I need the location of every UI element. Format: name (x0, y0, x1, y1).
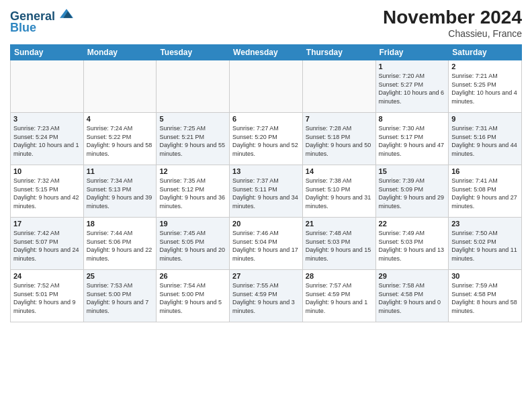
day-number: 24 (13, 272, 81, 280)
day-info: Sunrise: 7:49 AM Sunset: 5:03 PM Dayligh… (379, 229, 446, 263)
calendar-week-3: 10Sunrise: 7:32 AM Sunset: 5:15 PM Dayli… (11, 165, 522, 218)
day-info: Sunrise: 7:32 AM Sunset: 5:15 PM Dayligh… (13, 177, 81, 210)
day-info: Sunrise: 7:44 AM Sunset: 5:06 PM Dayligh… (87, 229, 154, 263)
calendar-cell: 4Sunrise: 7:24 AM Sunset: 5:22 PM Daylig… (83, 113, 157, 165)
calendar-cell: 29Sunrise: 7:58 AM Sunset: 4:58 PM Dayli… (375, 270, 449, 322)
day-number: 3 (13, 115, 81, 123)
day-number: 6 (232, 115, 300, 123)
location: Chassieu, France (383, 28, 522, 39)
day-number: 30 (451, 272, 519, 280)
logo: General Blue (10, 7, 73, 35)
calendar-cell: 28Sunrise: 7:57 AM Sunset: 4:59 PM Dayli… (302, 270, 375, 322)
day-info: Sunrise: 7:28 AM Sunset: 5:18 PM Dayligh… (306, 124, 373, 158)
calendar-cell: 20Sunrise: 7:46 AM Sunset: 5:04 PM Dayli… (230, 218, 303, 270)
day-info: Sunrise: 7:37 AM Sunset: 5:11 PM Dayligh… (232, 177, 300, 210)
day-info: Sunrise: 7:35 AM Sunset: 5:12 PM Dayligh… (159, 177, 226, 210)
day-number: 22 (379, 220, 446, 228)
day-number: 26 (159, 272, 226, 280)
calendar-cell: 27Sunrise: 7:55 AM Sunset: 4:59 PM Dayli… (230, 270, 303, 322)
calendar-cell: 21Sunrise: 7:48 AM Sunset: 5:03 PM Dayli… (302, 218, 375, 270)
calendar-cell (11, 60, 84, 113)
page-header: General Blue November 2024 Chassieu, Fra… (10, 7, 522, 39)
day-info: Sunrise: 7:52 AM Sunset: 5:01 PM Dayligh… (13, 281, 81, 315)
calendar-cell: 6Sunrise: 7:27 AM Sunset: 5:20 PM Daylig… (230, 113, 303, 165)
day-info: Sunrise: 7:39 AM Sunset: 5:09 PM Dayligh… (379, 177, 446, 210)
day-number: 27 (232, 272, 300, 280)
day-info: Sunrise: 7:54 AM Sunset: 5:00 PM Dayligh… (159, 281, 226, 315)
day-info: Sunrise: 7:21 AM Sunset: 5:25 PM Dayligh… (451, 72, 519, 105)
calendar-cell: 7Sunrise: 7:28 AM Sunset: 5:18 PM Daylig… (302, 113, 375, 165)
calendar-week-1: 1Sunrise: 7:20 AM Sunset: 5:27 PM Daylig… (11, 60, 522, 113)
calendar-cell: 30Sunrise: 7:59 AM Sunset: 4:58 PM Dayli… (449, 270, 522, 322)
day-number: 5 (159, 115, 226, 123)
calendar-cell: 3Sunrise: 7:23 AM Sunset: 5:24 PM Daylig… (11, 113, 84, 165)
month-title: November 2024 (383, 7, 522, 28)
day-number: 12 (159, 167, 226, 175)
day-info: Sunrise: 7:59 AM Sunset: 4:58 PM Dayligh… (451, 281, 519, 315)
calendar-cell: 11Sunrise: 7:34 AM Sunset: 5:13 PM Dayli… (83, 165, 157, 218)
calendar-week-2: 3Sunrise: 7:23 AM Sunset: 5:24 PM Daylig… (11, 113, 522, 165)
calendar-cell: 18Sunrise: 7:44 AM Sunset: 5:06 PM Dayli… (83, 218, 157, 270)
calendar-cell: 24Sunrise: 7:52 AM Sunset: 5:01 PM Dayli… (11, 270, 84, 322)
day-number: 23 (451, 220, 519, 228)
day-header-friday: Friday (375, 45, 449, 60)
calendar-week-4: 17Sunrise: 7:42 AM Sunset: 5:07 PM Dayli… (11, 218, 522, 270)
day-number: 19 (159, 220, 226, 228)
calendar-cell: 1Sunrise: 7:20 AM Sunset: 5:27 PM Daylig… (375, 60, 449, 113)
calendar-cell: 19Sunrise: 7:45 AM Sunset: 5:05 PM Dayli… (157, 218, 230, 270)
day-number: 14 (306, 167, 373, 175)
day-number: 9 (451, 115, 519, 123)
day-info: Sunrise: 7:20 AM Sunset: 5:27 PM Dayligh… (379, 72, 446, 105)
day-number: 8 (379, 115, 446, 123)
day-number: 13 (232, 167, 300, 175)
day-number: 7 (306, 115, 373, 123)
day-info: Sunrise: 7:48 AM Sunset: 5:03 PM Dayligh… (306, 229, 373, 263)
day-info: Sunrise: 7:46 AM Sunset: 5:04 PM Dayligh… (232, 229, 300, 263)
calendar-cell: 25Sunrise: 7:53 AM Sunset: 5:00 PM Dayli… (83, 270, 157, 322)
calendar-cell: 15Sunrise: 7:39 AM Sunset: 5:09 PM Dayli… (375, 165, 449, 218)
day-number: 25 (87, 272, 154, 280)
calendar-cell (230, 60, 303, 113)
calendar-cell: 10Sunrise: 7:32 AM Sunset: 5:15 PM Dayli… (11, 165, 84, 218)
day-number: 11 (87, 167, 154, 175)
calendar-cell (157, 60, 230, 113)
day-info: Sunrise: 7:24 AM Sunset: 5:22 PM Dayligh… (87, 124, 154, 158)
calendar-cell: 13Sunrise: 7:37 AM Sunset: 5:11 PM Dayli… (230, 165, 303, 218)
day-number: 18 (87, 220, 154, 228)
calendar-cell: 9Sunrise: 7:31 AM Sunset: 5:16 PM Daylig… (449, 113, 522, 165)
day-info: Sunrise: 7:25 AM Sunset: 5:21 PM Dayligh… (159, 124, 226, 158)
calendar-cell: 22Sunrise: 7:49 AM Sunset: 5:03 PM Dayli… (375, 218, 449, 270)
calendar-cell: 8Sunrise: 7:30 AM Sunset: 5:17 PM Daylig… (375, 113, 449, 165)
calendar-cell: 5Sunrise: 7:25 AM Sunset: 5:21 PM Daylig… (157, 113, 230, 165)
day-info: Sunrise: 7:45 AM Sunset: 5:05 PM Dayligh… (159, 229, 226, 263)
day-info: Sunrise: 7:30 AM Sunset: 5:17 PM Dayligh… (379, 124, 446, 158)
day-info: Sunrise: 7:34 AM Sunset: 5:13 PM Dayligh… (87, 177, 154, 210)
calendar-cell: 17Sunrise: 7:42 AM Sunset: 5:07 PM Dayli… (11, 218, 84, 270)
day-number: 28 (306, 272, 373, 280)
calendar-cell (302, 60, 375, 113)
calendar-cell (83, 60, 157, 113)
day-number: 17 (13, 220, 81, 228)
day-number: 4 (87, 115, 154, 123)
page-container: General Blue November 2024 Chassieu, Fra… (0, 0, 532, 411)
calendar-week-5: 24Sunrise: 7:52 AM Sunset: 5:01 PM Dayli… (11, 270, 522, 322)
day-number: 29 (379, 272, 446, 280)
day-info: Sunrise: 7:27 AM Sunset: 5:20 PM Dayligh… (232, 124, 300, 158)
day-info: Sunrise: 7:55 AM Sunset: 4:59 PM Dayligh… (232, 281, 300, 315)
day-info: Sunrise: 7:23 AM Sunset: 5:24 PM Dayligh… (13, 124, 81, 158)
day-info: Sunrise: 7:42 AM Sunset: 5:07 PM Dayligh… (13, 229, 81, 263)
day-number: 2 (451, 62, 519, 71)
calendar-cell: 26Sunrise: 7:54 AM Sunset: 5:00 PM Dayli… (157, 270, 230, 322)
day-number: 15 (379, 167, 446, 175)
day-number: 21 (306, 220, 373, 228)
day-header-saturday: Saturday (449, 45, 522, 60)
day-info: Sunrise: 7:58 AM Sunset: 4:58 PM Dayligh… (379, 281, 446, 315)
day-info: Sunrise: 7:41 AM Sunset: 5:08 PM Dayligh… (451, 177, 519, 210)
day-info: Sunrise: 7:53 AM Sunset: 5:00 PM Dayligh… (87, 281, 154, 315)
day-header-monday: Monday (83, 45, 157, 60)
calendar-cell: 14Sunrise: 7:38 AM Sunset: 5:10 PM Dayli… (302, 165, 375, 218)
day-number: 16 (451, 167, 519, 175)
day-info: Sunrise: 7:31 AM Sunset: 5:16 PM Dayligh… (451, 124, 519, 158)
calendar-header-row: SundayMondayTuesdayWednesdayThursdayFrid… (11, 45, 522, 60)
day-info: Sunrise: 7:38 AM Sunset: 5:10 PM Dayligh… (306, 177, 373, 210)
